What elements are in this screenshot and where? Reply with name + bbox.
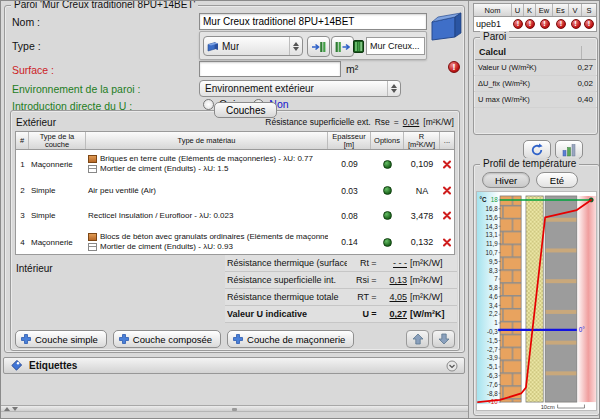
nom-input[interactable] [199,13,427,30]
split-divider[interactable] [1,405,468,412]
delete-layer-icon[interactable] [442,210,452,221]
surface-input[interactable] [199,61,341,77]
y-tick-label: 1 [494,319,498,326]
y-tick-label: 5,8 [489,284,498,291]
calc-label: U max (W/m²K) [478,95,530,104]
column-header-v[interactable]: V [569,4,582,16]
layer-row[interactable]: 4MaçonnerieBlocs de béton avec granulats… [16,228,454,255]
stepper-icon[interactable] [289,37,302,55]
layer-number: 2 [16,178,29,203]
rse-value: 0,04 [403,117,420,127]
layer-thickness: 0.03 [328,178,371,203]
add-couche-simple-button[interactable]: Couche simple [15,330,107,348]
temperature-chart: °C 10cm 1816,815,614,313,111,910,79,58,3… [476,191,597,411]
type-reference-field[interactable]: Mur Creux... [366,37,425,55]
mortar-material-icon [88,243,97,251]
type-select[interactable]: Mur [203,36,303,56]
layer-r-value: 0,109 [404,150,440,178]
add-couche-maconnerie-button[interactable]: Couche de maçonnerie [227,330,354,348]
layer-option-icon[interactable] [383,160,392,169]
error-icon [448,61,460,73]
add-couche-composee-button[interactable]: Couche composée [113,330,221,348]
layers-table: # Type de la couche Type de matériau Epa… [15,131,455,255]
arrow-from-library-icon [335,41,350,53]
layer-option-icon[interactable] [383,238,392,247]
hiver-button[interactable]: Hiver [482,172,530,188]
material-text: Mortier de ciment (Enduits) - λU: 1.5 [100,164,228,174]
layers-table-header: # Type de la couche Type de matériau Epa… [16,132,454,150]
column-header-nom[interactable]: Nom [474,4,512,16]
delete-layer-icon[interactable] [442,237,452,248]
material-text: Air peu ventilé (Air) [88,186,156,196]
column-header-options[interactable]: Options [371,132,404,149]
mortar-material-icon [88,165,97,173]
y-tick-label: 15,6 [486,214,499,221]
results-overview-table: NomUKEwEsVS upeb1 [473,3,597,32]
calc-value: 0,40 [577,95,593,104]
y-tick-label: -0,3 [487,328,498,335]
rse-label: Résistance superficielle ext. [265,117,370,127]
etiquettes-bar[interactable]: Etiquettes [3,357,465,374]
column-header-s[interactable]: S [582,4,596,16]
column-header-more[interactable]: ... [440,132,454,149]
profil-title: Profil de température [480,158,579,169]
y-tick-label: 16,8 [486,205,499,212]
calc-rows: Valeur U (W/m²K)0,27ΔU_fix (W/m²K)0,02U … [474,60,597,108]
material-text: Mortier de ciment (Enduits) - λU: 0.93 [100,242,233,252]
type-reference-value: Mur Creux... [370,41,420,51]
radio-oui[interactable] [203,99,214,110]
layer-row[interactable]: 2SimpleAir peu ventilé (Air)0.03NA [16,178,454,203]
move-layer-up-button[interactable] [406,330,429,348]
column-header-materiau[interactable]: Type de matériau [86,132,328,149]
chart-button[interactable] [555,140,583,159]
column-header-k[interactable]: K [524,4,536,16]
column-header-es[interactable]: Es [553,4,569,16]
result-label: Valeur U indicative [227,309,347,319]
result-symbol: Rt [347,258,369,268]
error-icon [513,19,523,29]
layer-option-icon[interactable] [383,186,392,195]
layer-row[interactable]: 3SimpleRecticel Insulation / Eurofloor -… [16,203,454,228]
layer-number: 1 [16,150,29,178]
results-overview-header: NomUKEwEsVS [474,4,596,17]
layer-r-value: 0,132 [404,228,440,255]
column-header-type[interactable]: Type de la couche [29,132,86,149]
import-from-library-button[interactable] [307,36,330,57]
save-to-library-button[interactable] [331,36,354,57]
layer-option-icon[interactable] [383,211,392,220]
split-handle[interactable] [232,408,237,411]
move-layer-down-button[interactable] [432,330,455,348]
split-collapse-icon[interactable] [4,407,18,411]
column-header-num[interactable]: # [16,132,29,149]
result-row: Valeur U indicativeU=0,27[W/m²K] [225,306,457,323]
delete-layer-icon[interactable] [442,159,452,170]
column-header-ew[interactable]: Ew [536,4,553,16]
result-value: 4,05 [379,292,407,302]
window-title: Paroi 'Mur Creux traditionel 8PU+14BET' [11,0,198,10]
layer-row[interactable]: 1MaçonnerieBriques en terre cuite (Eléme… [16,150,454,178]
stepper-icon[interactable] [387,81,400,96]
couches-tab-button[interactable]: Couches [214,102,277,118]
plus-icon [21,334,31,344]
result-unit: [m²K/W] [407,275,455,285]
results-overview-row[interactable]: upeb1 [474,17,596,31]
column-header-r[interactable]: R[m²K/W] [404,132,440,149]
ete-button[interactable]: Eté [536,172,578,188]
results-rows: Résistance thermique (surface à surface)… [225,255,457,323]
delete-layer-icon[interactable] [442,185,452,196]
environnement-value: Environnement extérieur [203,83,314,94]
y-tick-label: 3,4 [489,302,498,309]
result-value: 0,27 [379,309,407,319]
interieur-label: Intérieur [16,263,53,274]
column-header-u[interactable]: U [512,4,524,16]
layer-type: Simple [29,178,86,203]
environnement-select[interactable]: Environnement extérieur [199,80,401,97]
error-icon [540,19,550,29]
y-tick-label: -3,9 [487,354,498,361]
y-tick-label: -6,3 [487,372,498,379]
collapse-chevron-icon[interactable] [446,360,458,372]
layer-type: Maçonnerie [29,150,86,178]
column-header-epaisseur[interactable]: Epaisseur[m] [328,132,371,149]
error-icon [571,19,581,29]
refresh-button[interactable] [523,140,551,159]
